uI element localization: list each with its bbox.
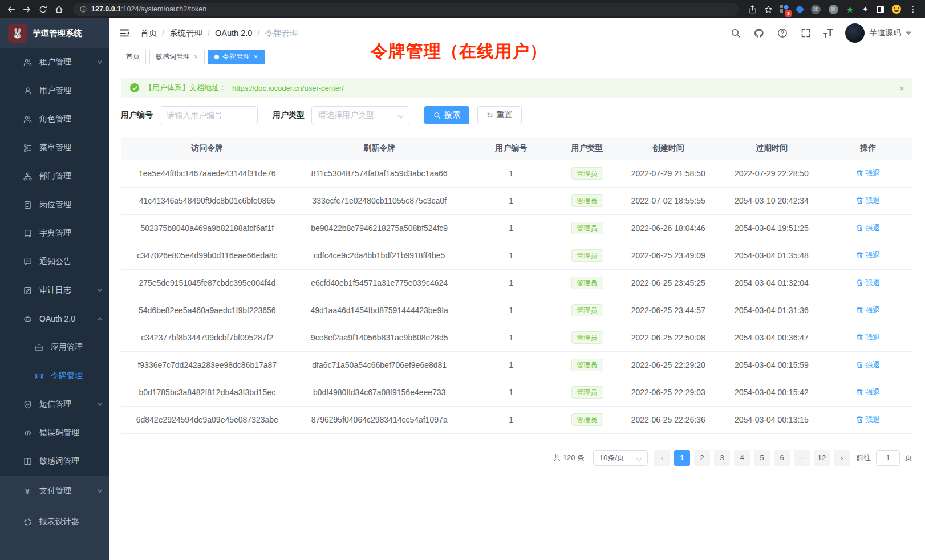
extension-badge: 9 bbox=[785, 10, 791, 17]
help-icon[interactable] bbox=[777, 27, 788, 39]
sidebar-item-短信管理[interactable]: 短信管理˅ bbox=[0, 390, 109, 419]
tab-首页[interactable]: 首页 bbox=[120, 50, 146, 64]
share-icon[interactable] bbox=[748, 4, 758, 14]
font-size-icon[interactable]: TT bbox=[823, 27, 833, 39]
sidebar-item-label: 租户管理 bbox=[39, 57, 71, 67]
sidebar-item-错误码管理[interactable]: 错误码管理 bbox=[0, 419, 109, 447]
page-button-5[interactable]: 5 bbox=[754, 450, 770, 466]
app-logo[interactable]: 🐰 芋道管理系统 bbox=[0, 18, 109, 48]
sidebar-item-label: 错误码管理 bbox=[39, 428, 79, 438]
force-logout-button[interactable]: 强退 bbox=[856, 305, 880, 315]
force-logout-button[interactable]: 强退 bbox=[856, 387, 880, 397]
command-extension-icon[interactable]: ⌘ bbox=[811, 5, 821, 14]
page-content: 【用户体系】文档地址： https://doc.iocoder.cn/user-… bbox=[109, 66, 925, 560]
emoji-profile-icon[interactable] bbox=[892, 5, 901, 14]
extension-grid-icon[interactable]: 9 bbox=[780, 5, 789, 14]
gem-extension-icon[interactable] bbox=[796, 5, 805, 14]
browser-menu-icon[interactable]: ⋮ bbox=[909, 5, 917, 14]
page-button-2[interactable]: 2 bbox=[694, 450, 710, 466]
search-icon[interactable] bbox=[730, 27, 741, 39]
goto-page-input[interactable] bbox=[876, 450, 900, 466]
sidebar-item-角色管理[interactable]: 角色管理 bbox=[0, 105, 109, 133]
force-logout-button[interactable]: 强退 bbox=[856, 196, 880, 206]
sidebar-item-用户管理[interactable]: 用户管理 bbox=[0, 76, 109, 105]
user-type-select[interactable]: 请选择用户类型 bbox=[311, 106, 409, 124]
expired-at-cell: 2054-03-04 01:32:04 bbox=[719, 269, 823, 297]
pay-icon: ¥ bbox=[23, 486, 32, 496]
browser-chrome: 127.0.0.1:1024/system/oauth2/token 9 ⌘ ★… bbox=[0, 0, 925, 18]
hamburger-icon[interactable] bbox=[119, 27, 130, 39]
force-logout-button[interactable]: 强退 bbox=[856, 250, 880, 261]
sidebar-item-支付管理[interactable]: ¥支付管理˅ bbox=[0, 476, 109, 506]
sidebar-item-报表设计器[interactable]: 报表设计器 bbox=[0, 506, 109, 537]
pagination: 共 120 条 10条/页 ‹123456···12› 前往 页 bbox=[121, 450, 912, 466]
access-token-cell: b0d1785bc3a8482f812db4a3f3bd15ec bbox=[121, 379, 294, 406]
force-logout-button[interactable]: 强退 bbox=[856, 278, 880, 288]
page-button-3[interactable]: 3 bbox=[714, 450, 730, 466]
page-button-4[interactable]: 4 bbox=[734, 450, 750, 466]
sidebar-item-label: OAuth 2.0 bbox=[39, 314, 75, 323]
breadcrumb-home[interactable]: 首页 bbox=[140, 28, 157, 39]
alert-doc-link[interactable]: https://doc.iocoder.cn/user-center/ bbox=[232, 84, 344, 92]
table-row: 6d842e2924594de9a09e45e087323abe8796295f… bbox=[121, 406, 912, 433]
page-size-select[interactable]: 10条/页 bbox=[593, 450, 648, 466]
browser-home-icon[interactable] bbox=[54, 4, 64, 14]
dot-extension-icon[interactable] bbox=[829, 5, 838, 14]
breadcrumb-oauth[interactable]: OAuth 2.0 bbox=[215, 29, 252, 38]
page-button-6[interactable]: 6 bbox=[774, 450, 790, 466]
sidebar-item-部门管理[interactable]: 部门管理 bbox=[0, 162, 109, 190]
sidebar-item-审计日志[interactable]: 审计日志˅ bbox=[0, 276, 109, 305]
next-page-button[interactable]: › bbox=[834, 450, 850, 466]
created-at-cell: 2022-07-02 18:55:55 bbox=[617, 187, 719, 214]
fullscreen-icon[interactable] bbox=[800, 27, 812, 39]
sidebar-panel-icon[interactable] bbox=[877, 6, 884, 13]
sidebar-item-通知公告[interactable]: 通知公告 bbox=[0, 247, 109, 276]
user-type-badge: 管理员 bbox=[571, 386, 603, 399]
address-bar[interactable]: 127.0.0.1:1024/system/oauth2/token bbox=[73, 3, 739, 16]
sidebar-item-OAuth 2.0[interactable]: OAuth 2.0˄ bbox=[0, 305, 109, 333]
github-icon[interactable] bbox=[753, 27, 765, 39]
table-row: 41c41346a548490f9dc8b01c6bfe0865333ecfc7… bbox=[121, 187, 912, 214]
tab-close-icon[interactable]: × bbox=[193, 54, 198, 60]
search-button[interactable]: 搜索 bbox=[424, 106, 469, 124]
page-button-1[interactable]: 1 bbox=[674, 450, 690, 466]
user-menu[interactable]: 芋道源码 bbox=[845, 23, 911, 43]
user-type-badge: 管理员 bbox=[571, 167, 603, 180]
sidebar-item-label: 应用管理 bbox=[51, 342, 83, 352]
tab-close-icon[interactable]: × bbox=[253, 54, 258, 60]
force-logout-button[interactable]: 强退 bbox=[856, 360, 880, 370]
sidebar-item-岗位管理[interactable]: 岗位管理 bbox=[0, 190, 109, 219]
sidebar-item-label: 敏感词管理 bbox=[39, 456, 79, 466]
tab-令牌管理[interactable]: 令牌管理× bbox=[208, 50, 265, 64]
tab-敏感词管理[interactable]: 敏感词管理× bbox=[149, 50, 205, 64]
sidebar-item-租户管理[interactable]: 租户管理˅ bbox=[0, 48, 109, 76]
force-logout-button[interactable]: 强退 bbox=[856, 168, 880, 178]
browser-back-icon[interactable] bbox=[6, 4, 16, 14]
bookmark-star-icon[interactable] bbox=[764, 4, 774, 14]
prev-page-button[interactable]: ‹ bbox=[654, 450, 670, 466]
force-logout-button[interactable]: 强退 bbox=[856, 415, 880, 425]
user-id-input[interactable] bbox=[160, 106, 258, 124]
table-row: f9336e7c7dd242a283ee98dc86b17a87dfa6c71a… bbox=[121, 351, 912, 379]
sidebar-item-敏感词管理[interactable]: 敏感词管理 bbox=[0, 447, 109, 476]
browser-forward-icon[interactable] bbox=[22, 4, 32, 14]
force-logout-button[interactable]: 强退 bbox=[856, 332, 880, 343]
sidebar-item-令牌管理[interactable]: 令牌管理 bbox=[0, 362, 109, 390]
browser-refresh-icon[interactable] bbox=[38, 4, 48, 14]
page-button-12[interactable]: 12 bbox=[814, 450, 830, 466]
site-info-icon[interactable] bbox=[80, 6, 87, 13]
action-cell: 强退 bbox=[824, 297, 913, 324]
alert-close-icon[interactable]: × bbox=[899, 83, 904, 93]
breadcrumb-system[interactable]: 系统管理 bbox=[169, 28, 202, 39]
user-type-badge: 管理员 bbox=[571, 304, 603, 316]
sidebar-item-应用管理[interactable]: 应用管理 bbox=[0, 333, 109, 362]
page-ellipsis[interactable]: ··· bbox=[794, 450, 810, 466]
green-star-extension-icon[interactable]: ★ bbox=[846, 5, 854, 14]
reset-button[interactable]: ↻ 重置 bbox=[477, 106, 522, 124]
sidebar-item-菜单管理[interactable]: 菜单管理 bbox=[0, 133, 109, 162]
white-star-extension-icon[interactable]: ✦ bbox=[862, 5, 869, 13]
sidebar-item-字典管理[interactable]: 字典管理 bbox=[0, 219, 109, 247]
refresh-token-cell: e6cfd40eb1f54571a31e775e039c4624 bbox=[294, 269, 465, 297]
user-type-badge: 管理员 bbox=[571, 222, 603, 234]
force-logout-button[interactable]: 强退 bbox=[856, 223, 880, 233]
